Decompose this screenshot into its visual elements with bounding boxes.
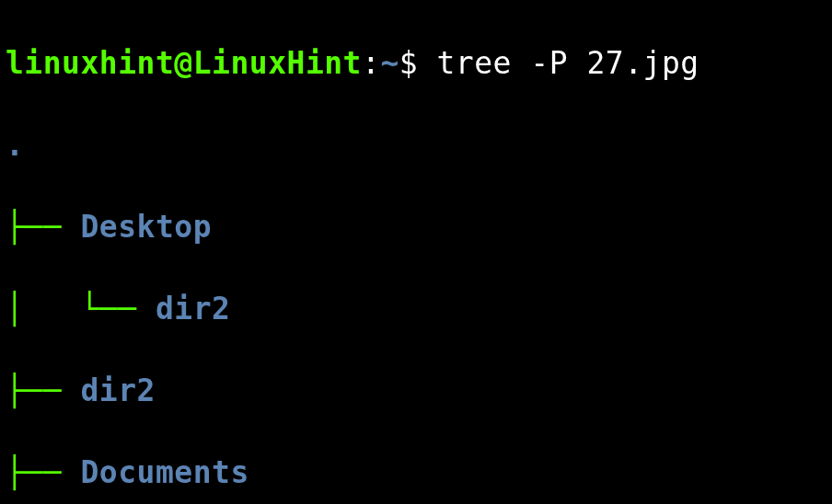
- tree-branch: ├──: [6, 372, 80, 408]
- tree-line-4: ├── Documents: [6, 452, 826, 494]
- tree-dir-documents: Documents: [80, 454, 248, 490]
- tree-branch: ├──: [6, 454, 80, 490]
- command-line-1: linuxhint@LinuxHint:~$ tree -P 27.jpg: [6, 43, 826, 85]
- terminal-window[interactable]: linuxhint@LinuxHint:~$ tree -P 27.jpg . …: [0, 0, 832, 504]
- tree-dir-dir2-nested: dir2: [156, 291, 230, 326]
- prompt-cwd: ~: [380, 45, 399, 81]
- tree-dir-dir2: dir2: [80, 372, 155, 408]
- tree-branch: ├──: [6, 209, 80, 245]
- tree-root: .: [6, 125, 826, 166]
- tree-root-dot: .: [6, 127, 24, 163]
- tree-line-2: │ └── dir2: [6, 289, 826, 330]
- prompt-user-host: linuxhint@LinuxHint: [6, 45, 362, 81]
- prompt-sep2: $: [399, 45, 437, 81]
- tree-dir-desktop: Desktop: [80, 209, 212, 245]
- command-text: tree -P 27.jpg: [437, 45, 699, 81]
- tree-branch: │ └──: [6, 291, 156, 326]
- tree-line-1: ├── Desktop: [6, 207, 826, 248]
- tree-line-3: ├── dir2: [6, 371, 826, 412]
- prompt-sep1: :: [362, 45, 380, 81]
